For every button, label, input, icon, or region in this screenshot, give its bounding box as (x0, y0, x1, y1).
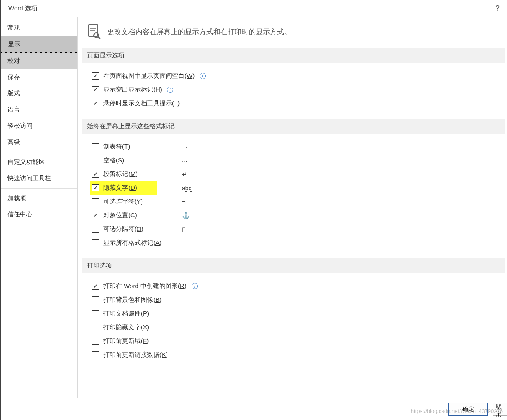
option-row-object-anchor: 对象位置(C)⚓ (90, 209, 505, 222)
sidebar-item-customize-ribbon[interactable]: 自定义功能区 (1, 154, 77, 170)
option-row-show-all: 显示所有格式标记(A) (90, 236, 505, 250)
option-label: 打印背景色和图像(B) (103, 296, 162, 304)
cancel-button[interactable]: 取消 (493, 403, 507, 416)
option-row-optional-break: 可选分隔符(O)▯ (90, 222, 505, 236)
option-label: 制表符(T) (103, 143, 130, 151)
checkbox-optional-hyphen[interactable] (92, 198, 99, 205)
ok-button[interactable]: 确定 (448, 403, 488, 416)
word-options-dialog: Word 选项 ? 常规 显示 校对 保存 版式 语言 轻松访问 高级 自定义功… (0, 0, 507, 420)
option-label: 可选连字符(Y) (103, 198, 143, 206)
option-label: 悬停时显示文档工具提示(L) (103, 99, 180, 107)
format-symbol: abc (182, 184, 192, 191)
sidebar-item-display[interactable]: 显示 (1, 36, 77, 53)
option-label: 打印在 Word 中创建的图形(R) (103, 282, 187, 290)
info-icon[interactable]: i (200, 73, 206, 79)
checkbox-object-anchor[interactable] (92, 212, 99, 219)
option-row-optional-hyphen: 可选连字符(Y)¬ (90, 195, 505, 209)
sidebar-item-save[interactable]: 保存 (1, 69, 77, 85)
page-display-options: 在页面视图中显示页面间空白(W)i显示突出显示标记(H)i悬停时显示文档工具提示… (82, 69, 505, 119)
help-icon[interactable]: ? (495, 4, 500, 13)
dialog-title: Word 选项 (8, 5, 37, 12)
format-symbol: ··· (182, 157, 187, 164)
sidebar-item-advanced[interactable]: 高级 (1, 134, 77, 150)
option-label: 打印前更新链接数据(K) (103, 351, 168, 359)
option-row-print-hidden: 打印隐藏文字(X) (90, 321, 505, 334)
option-label: 打印文档属性(P) (103, 310, 149, 318)
option-row-print-drawings: 打印在 Word 中创建的图形(R)i (90, 279, 505, 293)
info-icon[interactable]: i (192, 283, 198, 289)
format-symbol: ▯ (182, 226, 185, 233)
dialog-footer: 确定 取消 (1, 398, 507, 420)
checkbox-print-properties[interactable] (92, 310, 99, 317)
print-options: 打印在 Word 中创建的图形(R)i打印背景色和图像(B)打印文档属性(P)打… (82, 279, 505, 370)
sidebar-separator (1, 152, 77, 152)
format-symbol: ⚓ (182, 212, 190, 219)
option-label: 隐藏文字(D) (103, 184, 137, 192)
checkbox-print-background[interactable] (92, 296, 99, 303)
option-row-print-background: 打印背景色和图像(B) (90, 293, 505, 307)
option-label: 可选分隔符(O) (103, 225, 144, 233)
sidebar: 常规 显示 校对 保存 版式 语言 轻松访问 高级 自定义功能区 快速访问工具栏… (1, 17, 78, 398)
content-panel: 更改文档内容在屏幕上的显示方式和在打印时的显示方式。 页面显示选项 在页面视图中… (78, 17, 507, 398)
option-label: 对象位置(C) (103, 211, 137, 219)
sidebar-item-layout[interactable]: 版式 (1, 85, 77, 102)
option-label: 段落标记(M) (103, 170, 138, 178)
checkbox-show-tooltips[interactable] (92, 100, 99, 107)
checkbox-optional-break[interactable] (92, 226, 99, 233)
sidebar-item-quick-access[interactable]: 快速访问工具栏 (1, 170, 77, 186)
option-row-show-tooltips: 悬停时显示文档工具提示(L) (90, 97, 505, 110)
option-row-paragraph: 段落标记(M)↵ (90, 167, 505, 181)
section-header-page-display: 页面显示选项 (82, 48, 505, 63)
header-description: 更改文档内容在屏幕上的显示方式和在打印时的显示方式。 (107, 27, 291, 37)
checkbox-paragraph[interactable] (92, 171, 99, 178)
checkbox-print-hidden[interactable] (92, 324, 99, 331)
section-header-print: 打印选项 (82, 258, 505, 273)
checkbox-space[interactable] (92, 157, 99, 164)
option-row-hidden-text: 隐藏文字(D)abc (90, 181, 157, 195)
option-label: 在页面视图中显示页面间空白(W) (103, 72, 195, 80)
title-bar: Word 选项 ? (1, 0, 507, 17)
checkbox-hidden-text[interactable] (92, 184, 99, 191)
option-row-show-highlight: 显示突出显示标记(H)i (90, 83, 505, 97)
format-symbol: → (182, 143, 188, 150)
option-row-update-fields: 打印前更新域(F) (90, 334, 505, 348)
sidebar-item-general[interactable]: 常规 (1, 20, 77, 36)
checkbox-update-links[interactable] (92, 351, 99, 358)
option-label: 空格(S) (103, 157, 124, 164)
checkbox-show-whitespace[interactable] (92, 72, 99, 80)
sidebar-separator (1, 188, 77, 189)
dialog-body: 常规 显示 校对 保存 版式 语言 轻松访问 高级 自定义功能区 快速访问工具栏… (1, 17, 507, 398)
section-header-format-marks: 始终在屏幕上显示这些格式标记 (82, 119, 505, 134)
option-row-space: 空格(S)··· (90, 154, 505, 167)
page-preview-icon (87, 24, 101, 40)
sidebar-item-trust-center[interactable]: 信任中心 (1, 206, 77, 223)
sidebar-item-proofing[interactable]: 校对 (1, 53, 77, 69)
format-symbol: ↵ (182, 171, 187, 178)
svg-line-5 (98, 37, 100, 39)
option-label: 显示突出显示标记(H) (103, 86, 162, 94)
checkbox-show-highlight[interactable] (92, 86, 99, 93)
checkbox-update-fields[interactable] (92, 338, 99, 345)
header-description-row: 更改文档内容在屏幕上的显示方式和在打印时的显示方式。 (82, 24, 505, 48)
option-row-tab: 制表符(T)→ (90, 140, 505, 154)
option-row-update-links: 打印前更新链接数据(K) (90, 348, 505, 362)
option-row-print-properties: 打印文档属性(P) (90, 307, 505, 321)
option-row-show-whitespace: 在页面视图中显示页面间空白(W)i (90, 69, 505, 83)
checkbox-show-all[interactable] (92, 239, 99, 246)
format-marks-options: 制表符(T)→空格(S)···段落标记(M)↵隐藏文字(D)abc可选连字符(Y… (82, 140, 505, 258)
checkbox-print-drawings[interactable] (92, 283, 99, 290)
sidebar-item-addins[interactable]: 加载项 (1, 190, 77, 206)
checkbox-tab[interactable] (92, 143, 99, 150)
info-icon[interactable]: i (167, 87, 173, 93)
option-label: 显示所有格式标记(A) (103, 239, 162, 247)
option-label: 打印前更新域(F) (103, 337, 149, 345)
sidebar-item-accessibility[interactable]: 轻松访问 (1, 118, 77, 134)
option-label: 打印隐藏文字(X) (103, 323, 149, 331)
format-symbol: ¬ (182, 198, 186, 205)
sidebar-item-language[interactable]: 语言 (1, 102, 77, 118)
